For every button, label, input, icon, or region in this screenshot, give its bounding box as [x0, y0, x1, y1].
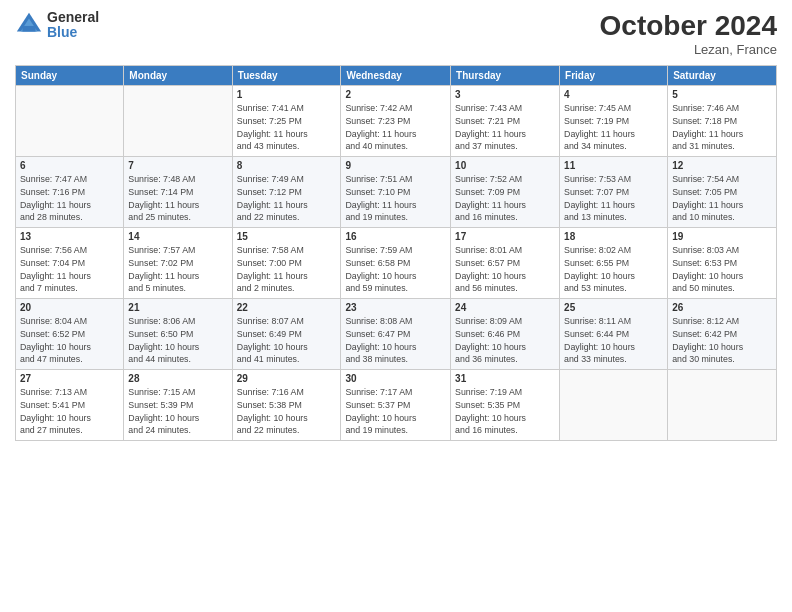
- calendar-cell: 18Sunrise: 8:02 AM Sunset: 6:55 PM Dayli…: [560, 228, 668, 299]
- day-info: Sunrise: 7:17 AM Sunset: 5:37 PM Dayligh…: [345, 386, 446, 437]
- calendar-cell: 14Sunrise: 7:57 AM Sunset: 7:02 PM Dayli…: [124, 228, 232, 299]
- calendar-cell: 4Sunrise: 7:45 AM Sunset: 7:19 PM Daylig…: [560, 86, 668, 157]
- calendar-cell: 27Sunrise: 7:13 AM Sunset: 5:41 PM Dayli…: [16, 370, 124, 441]
- day-info: Sunrise: 7:53 AM Sunset: 7:07 PM Dayligh…: [564, 173, 663, 224]
- day-info: Sunrise: 8:12 AM Sunset: 6:42 PM Dayligh…: [672, 315, 772, 366]
- day-info: Sunrise: 7:59 AM Sunset: 6:58 PM Dayligh…: [345, 244, 446, 295]
- day-info: Sunrise: 8:03 AM Sunset: 6:53 PM Dayligh…: [672, 244, 772, 295]
- day-number: 12: [672, 160, 772, 171]
- weekday-header: Thursday: [451, 66, 560, 86]
- calendar-cell: 25Sunrise: 8:11 AM Sunset: 6:44 PM Dayli…: [560, 299, 668, 370]
- day-info: Sunrise: 8:02 AM Sunset: 6:55 PM Dayligh…: [564, 244, 663, 295]
- day-number: 17: [455, 231, 555, 242]
- day-info: Sunrise: 8:09 AM Sunset: 6:46 PM Dayligh…: [455, 315, 555, 366]
- weekday-header: Monday: [124, 66, 232, 86]
- day-info: Sunrise: 7:41 AM Sunset: 7:25 PM Dayligh…: [237, 102, 337, 153]
- day-number: 24: [455, 302, 555, 313]
- calendar-cell: 10Sunrise: 7:52 AM Sunset: 7:09 PM Dayli…: [451, 157, 560, 228]
- day-info: Sunrise: 7:16 AM Sunset: 5:38 PM Dayligh…: [237, 386, 337, 437]
- logo: General Blue: [15, 10, 99, 41]
- day-number: 27: [20, 373, 119, 384]
- day-number: 31: [455, 373, 555, 384]
- day-info: Sunrise: 7:47 AM Sunset: 7:16 PM Dayligh…: [20, 173, 119, 224]
- day-number: 21: [128, 302, 227, 313]
- title-block: October 2024 Lezan, France: [600, 10, 777, 57]
- logo-icon: [15, 11, 43, 39]
- day-number: 25: [564, 302, 663, 313]
- day-number: 19: [672, 231, 772, 242]
- day-number: 18: [564, 231, 663, 242]
- calendar-cell: 22Sunrise: 8:07 AM Sunset: 6:49 PM Dayli…: [232, 299, 341, 370]
- calendar-cell: [560, 370, 668, 441]
- day-info: Sunrise: 7:45 AM Sunset: 7:19 PM Dayligh…: [564, 102, 663, 153]
- day-number: 4: [564, 89, 663, 100]
- day-number: 3: [455, 89, 555, 100]
- day-info: Sunrise: 7:52 AM Sunset: 7:09 PM Dayligh…: [455, 173, 555, 224]
- day-number: 22: [237, 302, 337, 313]
- day-number: 2: [345, 89, 446, 100]
- weekday-header: Saturday: [668, 66, 777, 86]
- calendar-week-row: 6Sunrise: 7:47 AM Sunset: 7:16 PM Daylig…: [16, 157, 777, 228]
- month-title: October 2024: [600, 10, 777, 42]
- calendar-cell: 5Sunrise: 7:46 AM Sunset: 7:18 PM Daylig…: [668, 86, 777, 157]
- weekday-header: Friday: [560, 66, 668, 86]
- calendar-cell: 21Sunrise: 8:06 AM Sunset: 6:50 PM Dayli…: [124, 299, 232, 370]
- day-number: 7: [128, 160, 227, 171]
- day-number: 6: [20, 160, 119, 171]
- day-number: 16: [345, 231, 446, 242]
- day-info: Sunrise: 7:13 AM Sunset: 5:41 PM Dayligh…: [20, 386, 119, 437]
- day-number: 23: [345, 302, 446, 313]
- day-number: 5: [672, 89, 772, 100]
- day-info: Sunrise: 8:04 AM Sunset: 6:52 PM Dayligh…: [20, 315, 119, 366]
- calendar: SundayMondayTuesdayWednesdayThursdayFrid…: [15, 65, 777, 441]
- calendar-cell: 26Sunrise: 8:12 AM Sunset: 6:42 PM Dayli…: [668, 299, 777, 370]
- day-info: Sunrise: 7:51 AM Sunset: 7:10 PM Dayligh…: [345, 173, 446, 224]
- day-number: 1: [237, 89, 337, 100]
- weekday-header: Sunday: [16, 66, 124, 86]
- day-number: 14: [128, 231, 227, 242]
- day-number: 11: [564, 160, 663, 171]
- day-info: Sunrise: 7:56 AM Sunset: 7:04 PM Dayligh…: [20, 244, 119, 295]
- calendar-week-row: 1Sunrise: 7:41 AM Sunset: 7:25 PM Daylig…: [16, 86, 777, 157]
- calendar-cell: [668, 370, 777, 441]
- calendar-cell: 23Sunrise: 8:08 AM Sunset: 6:47 PM Dayli…: [341, 299, 451, 370]
- calendar-week-row: 27Sunrise: 7:13 AM Sunset: 5:41 PM Dayli…: [16, 370, 777, 441]
- day-info: Sunrise: 8:11 AM Sunset: 6:44 PM Dayligh…: [564, 315, 663, 366]
- calendar-cell: [16, 86, 124, 157]
- calendar-cell: 3Sunrise: 7:43 AM Sunset: 7:21 PM Daylig…: [451, 86, 560, 157]
- svg-rect-2: [22, 26, 35, 32]
- day-info: Sunrise: 7:15 AM Sunset: 5:39 PM Dayligh…: [128, 386, 227, 437]
- calendar-cell: 31Sunrise: 7:19 AM Sunset: 5:35 PM Dayli…: [451, 370, 560, 441]
- calendar-cell: 28Sunrise: 7:15 AM Sunset: 5:39 PM Dayli…: [124, 370, 232, 441]
- day-info: Sunrise: 7:19 AM Sunset: 5:35 PM Dayligh…: [455, 386, 555, 437]
- calendar-cell: 15Sunrise: 7:58 AM Sunset: 7:00 PM Dayli…: [232, 228, 341, 299]
- day-number: 29: [237, 373, 337, 384]
- calendar-cell: 7Sunrise: 7:48 AM Sunset: 7:14 PM Daylig…: [124, 157, 232, 228]
- day-info: Sunrise: 7:48 AM Sunset: 7:14 PM Dayligh…: [128, 173, 227, 224]
- header: General Blue October 2024 Lezan, France: [15, 10, 777, 57]
- calendar-cell: 8Sunrise: 7:49 AM Sunset: 7:12 PM Daylig…: [232, 157, 341, 228]
- day-number: 26: [672, 302, 772, 313]
- day-info: Sunrise: 8:08 AM Sunset: 6:47 PM Dayligh…: [345, 315, 446, 366]
- day-info: Sunrise: 7:43 AM Sunset: 7:21 PM Dayligh…: [455, 102, 555, 153]
- logo-blue-text: Blue: [47, 25, 99, 40]
- weekday-header: Tuesday: [232, 66, 341, 86]
- day-number: 30: [345, 373, 446, 384]
- day-number: 10: [455, 160, 555, 171]
- day-info: Sunrise: 7:58 AM Sunset: 7:00 PM Dayligh…: [237, 244, 337, 295]
- logo-text: General Blue: [47, 10, 99, 41]
- day-info: Sunrise: 7:46 AM Sunset: 7:18 PM Dayligh…: [672, 102, 772, 153]
- calendar-cell: 6Sunrise: 7:47 AM Sunset: 7:16 PM Daylig…: [16, 157, 124, 228]
- calendar-cell: 17Sunrise: 8:01 AM Sunset: 6:57 PM Dayli…: [451, 228, 560, 299]
- calendar-cell: 11Sunrise: 7:53 AM Sunset: 7:07 PM Dayli…: [560, 157, 668, 228]
- day-number: 28: [128, 373, 227, 384]
- day-info: Sunrise: 8:01 AM Sunset: 6:57 PM Dayligh…: [455, 244, 555, 295]
- weekday-header-row: SundayMondayTuesdayWednesdayThursdayFrid…: [16, 66, 777, 86]
- calendar-cell: 2Sunrise: 7:42 AM Sunset: 7:23 PM Daylig…: [341, 86, 451, 157]
- calendar-cell: 13Sunrise: 7:56 AM Sunset: 7:04 PM Dayli…: [16, 228, 124, 299]
- calendar-cell: 19Sunrise: 8:03 AM Sunset: 6:53 PM Dayli…: [668, 228, 777, 299]
- day-info: Sunrise: 7:57 AM Sunset: 7:02 PM Dayligh…: [128, 244, 227, 295]
- page: General Blue October 2024 Lezan, France …: [0, 0, 792, 612]
- day-number: 9: [345, 160, 446, 171]
- weekday-header: Wednesday: [341, 66, 451, 86]
